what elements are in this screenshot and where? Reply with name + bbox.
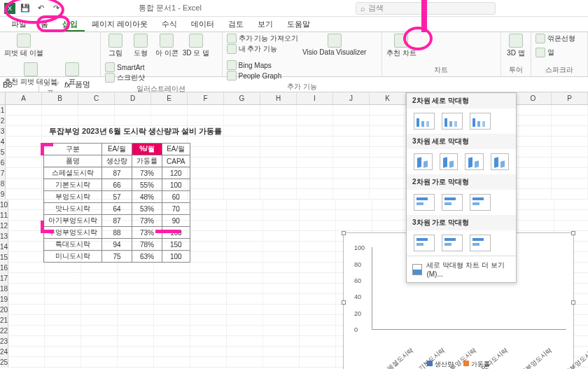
- cell[interactable]: [190, 305, 227, 314]
- cell[interactable]: [336, 200, 372, 209]
- cell[interactable]: [300, 200, 336, 209]
- cell[interactable]: [81, 357, 118, 367]
- column-header[interactable]: B: [42, 92, 78, 104]
- cell[interactable]: [554, 210, 588, 220]
- enter-icon[interactable]: ✓: [54, 80, 60, 89]
- table-cell[interactable]: 53%: [132, 203, 162, 215]
- cell[interactable]: [300, 315, 336, 325]
- cell[interactable]: [370, 116, 406, 125]
- row-header[interactable]: 10: [0, 200, 8, 209]
- cell[interactable]: [370, 189, 406, 199]
- cell[interactable]: [370, 126, 406, 136]
- tab-review[interactable]: 검토: [221, 17, 251, 32]
- table-row[interactable]: 미니도시락7563%100: [44, 251, 190, 263]
- table-cell[interactable]: 75: [102, 251, 132, 263]
- table-cell[interactable]: 기본도시락: [44, 179, 102, 191]
- cell[interactable]: [227, 263, 263, 272]
- tab-view[interactable]: 보기: [251, 17, 280, 32]
- cell[interactable]: [552, 158, 588, 167]
- cell[interactable]: [227, 221, 263, 230]
- cell[interactable]: [515, 116, 552, 125]
- cell[interactable]: [552, 137, 588, 146]
- cell[interactable]: [154, 305, 190, 314]
- cell[interactable]: [297, 179, 333, 188]
- clustered-column-option[interactable]: [414, 113, 435, 130]
- cell[interactable]: [370, 105, 406, 115]
- cell[interactable]: [263, 210, 300, 220]
- table-row[interactable]: 기본도시락6655%100: [44, 179, 190, 191]
- sparkline-column-button[interactable]: 열: [536, 48, 554, 57]
- tab-help[interactable]: 도움말: [280, 17, 317, 32]
- cell[interactable]: [263, 315, 300, 325]
- cell[interactable]: [6, 147, 42, 157]
- cell[interactable]: [188, 137, 224, 146]
- cell[interactable]: [263, 347, 300, 356]
- cell[interactable]: [227, 347, 263, 356]
- cell[interactable]: [154, 315, 190, 325]
- cell[interactable]: [6, 179, 42, 188]
- cell[interactable]: [188, 189, 224, 199]
- row-header[interactable]: 1: [0, 105, 6, 115]
- cell[interactable]: [297, 168, 333, 178]
- cell[interactable]: [8, 357, 45, 367]
- table-row[interactable]: 부엉부엉도시락8873%160: [44, 227, 190, 239]
- column-header[interactable]: I: [297, 92, 333, 104]
- cell[interactable]: [300, 273, 336, 283]
- 3dmodels-button[interactable]: 3D 모 델: [183, 34, 209, 58]
- cell[interactable]: [227, 336, 263, 346]
- cell[interactable]: [263, 294, 300, 304]
- cell[interactable]: [552, 105, 588, 115]
- table-cell[interactable]: 63%: [132, 251, 162, 263]
- cell[interactable]: [224, 158, 260, 167]
- search-input[interactable]: 검색: [356, 2, 496, 15]
- clustered-bar-option[interactable]: [414, 194, 435, 211]
- cell[interactable]: [8, 252, 45, 262]
- cell[interactable]: [297, 189, 333, 199]
- row-header[interactable]: 5: [0, 147, 6, 157]
- cell[interactable]: [552, 147, 588, 157]
- cell[interactable]: [227, 305, 263, 314]
- cell[interactable]: [188, 147, 224, 157]
- table-cell[interactable]: 부엉도시락: [44, 191, 102, 203]
- table-row[interactable]: 맛나도시락6453%70: [44, 203, 190, 215]
- column-header[interactable]: G: [224, 92, 260, 104]
- cell[interactable]: [188, 158, 224, 167]
- cell[interactable]: [370, 168, 406, 178]
- table-cell[interactable]: 73%: [132, 167, 162, 179]
- cell[interactable]: [260, 179, 297, 188]
- table-cell[interactable]: 88: [102, 227, 132, 239]
- cell[interactable]: [8, 200, 45, 209]
- table-cell[interactable]: 아기부엉도시락: [44, 215, 102, 227]
- cell[interactable]: [227, 242, 263, 251]
- cell[interactable]: [333, 116, 370, 125]
- tab-data[interactable]: 데이터: [184, 17, 221, 32]
- cell[interactable]: [263, 305, 300, 314]
- row-header[interactable]: 25: [0, 357, 8, 367]
- cell[interactable]: [8, 242, 45, 251]
- cell[interactable]: [515, 179, 552, 188]
- cell[interactable]: [81, 326, 118, 335]
- cell[interactable]: [45, 284, 81, 293]
- cell[interactable]: [333, 105, 370, 115]
- get-addins-button[interactable]: 추가 기능 가져오기: [227, 34, 299, 43]
- cell[interactable]: [190, 357, 227, 367]
- column-header[interactable]: P: [552, 92, 588, 104]
- cell[interactable]: [263, 252, 300, 262]
- cell[interactable]: [300, 242, 336, 251]
- 3d-clustered-bar-option[interactable]: [414, 235, 435, 251]
- tab-layout[interactable]: 페이지 레이아웃: [85, 17, 155, 32]
- cell[interactable]: [333, 126, 370, 136]
- cell[interactable]: [6, 168, 42, 178]
- cell[interactable]: [227, 326, 263, 335]
- table-cell[interactable]: 특대도시락: [44, 239, 102, 251]
- row-header[interactable]: 22: [0, 326, 8, 335]
- tab-home[interactable]: 홈: [34, 17, 55, 32]
- cell[interactable]: [515, 137, 552, 146]
- cell[interactable]: [515, 105, 552, 115]
- cell[interactable]: [190, 315, 227, 325]
- cell[interactable]: [260, 189, 297, 199]
- cell[interactable]: [188, 105, 224, 115]
- cell[interactable]: [81, 305, 118, 314]
- cell[interactable]: [224, 168, 260, 178]
- name-box[interactable]: B8: [0, 77, 39, 92]
